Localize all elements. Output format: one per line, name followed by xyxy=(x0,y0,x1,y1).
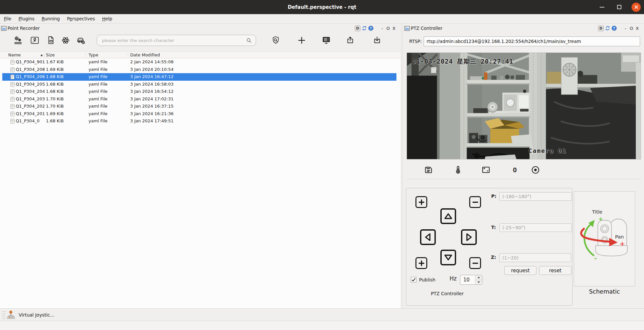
hz-spinbox[interactable]: 10 xyxy=(460,275,482,285)
maximize-button[interactable] xyxy=(614,3,624,12)
yaml-file-button[interactable] xyxy=(45,35,56,46)
focus-out-button[interactable] xyxy=(469,257,481,269)
table-row[interactable]: Q1_P304_01.68 KiByaml File3 Jan 2024 17:… xyxy=(2,117,396,125)
dock-detach-button[interactable]: D xyxy=(598,26,604,31)
table-row[interactable]: Q1_P304_2011.69 KiByaml File3 Jan 2024 1… xyxy=(2,110,396,118)
vehicle-disable-icon xyxy=(76,35,86,45)
record-settings-button[interactable] xyxy=(12,35,24,46)
zoom-count-button[interactable]: 0 xyxy=(509,164,521,176)
menu-help[interactable]: Help xyxy=(102,15,116,23)
column-header-name[interactable]: Name xyxy=(8,52,21,57)
dock-restore-button[interactable]: O xyxy=(386,26,391,31)
pan-right-button[interactable] xyxy=(461,229,477,245)
camera-scene xyxy=(407,53,641,159)
tilt-plus: + xyxy=(598,216,603,222)
dock-minimize-button[interactable]: - xyxy=(623,26,628,31)
row-size: 1.67 KiB xyxy=(46,58,64,66)
add-button[interactable] xyxy=(296,35,307,46)
spin-up-button[interactable] xyxy=(475,275,482,280)
status-label: Virtual Joystic... xyxy=(19,312,54,318)
dock-controls: D ? - O X xyxy=(355,26,396,31)
dock-detach-button[interactable]: D xyxy=(355,26,360,31)
video-camera-label: Camera 01 xyxy=(529,147,567,154)
row-size: 1.70 KiB xyxy=(46,95,64,103)
table-row[interactable]: Q1_P304_2051.68 KiByaml File3 Jan 2024 1… xyxy=(2,81,396,88)
yaml-file-icon xyxy=(10,67,14,73)
dock-close-button[interactable]: X xyxy=(635,26,640,31)
table-row[interactable]: Q1_P304_2041.68 KiByaml File3 Jan 2024 1… xyxy=(2,88,396,95)
table-row[interactable]: Q1_P304_2061.68 KiByaml File3 Jan 2024 1… xyxy=(2,73,396,81)
row-type: yaml File xyxy=(89,110,108,118)
dock-minimize-button[interactable]: - xyxy=(380,26,385,31)
tilt-input[interactable] xyxy=(499,223,572,232)
row-type: yaml File xyxy=(89,117,108,125)
table-row[interactable]: Q1_P304_2031.70 KiByaml File3 Jan 2024 1… xyxy=(2,95,396,103)
dock-help-icon[interactable]: ? xyxy=(611,26,617,31)
record-button[interactable] xyxy=(530,164,541,176)
plus-icon xyxy=(418,260,425,266)
menu-perspectives[interactable]: Perspectives xyxy=(67,15,98,23)
column-header-modified[interactable]: Date Modified xyxy=(130,52,160,57)
minimize-button[interactable] xyxy=(597,3,607,12)
search-input[interactable] xyxy=(97,35,256,46)
table-row[interactable]: Q1_P304_2021.70 KiByaml File3 Jan 2024 1… xyxy=(2,103,396,110)
temperature-button[interactable] xyxy=(452,164,464,176)
tilt-field-label: T: xyxy=(491,225,496,230)
snapshot-button[interactable] xyxy=(480,164,492,176)
table-header: Name Size Type Date Modified xyxy=(0,52,401,58)
dock-splitter[interactable] xyxy=(401,24,403,308)
point-recorder-titlebar[interactable]: Point Recorder D ? - O X xyxy=(0,24,401,33)
pan-input[interactable] xyxy=(499,192,572,201)
spin-down-button[interactable] xyxy=(475,280,482,285)
shield-search-button[interactable] xyxy=(270,35,281,46)
menu-plugins[interactable]: Plugins xyxy=(19,15,38,23)
svg-text:?: ? xyxy=(613,27,615,30)
frames-atom-icon xyxy=(61,35,70,45)
statusbar: Virtual Joystic... xyxy=(0,308,644,321)
export-button[interactable] xyxy=(345,35,356,46)
hz-value[interactable]: 10 xyxy=(460,275,475,284)
tilt-up-button[interactable] xyxy=(440,208,456,224)
table-row[interactable]: Q1_P304_9011.67 KiByaml File2 Jan 2024 1… xyxy=(2,58,396,66)
record-icon xyxy=(530,165,541,175)
dock-reload-icon[interactable] xyxy=(361,26,367,31)
ptz-titlebar[interactable]: PTZ Controller D ? - O X xyxy=(403,24,644,33)
dock-restore-button[interactable]: O xyxy=(629,26,634,31)
yaml-file-icon xyxy=(10,74,14,80)
pan-left-button[interactable] xyxy=(420,229,436,245)
menu-running[interactable]: Running xyxy=(42,15,63,23)
frames-atom-button[interactable] xyxy=(60,35,71,46)
save-button[interactable] xyxy=(423,164,434,176)
minimized-dock-virtual-joystick[interactable]: Virtual Joystic... xyxy=(6,310,54,320)
column-header-type[interactable]: Type xyxy=(89,52,98,57)
download-icon xyxy=(372,35,382,45)
waypoint-map-button[interactable] xyxy=(29,35,40,46)
table-row[interactable]: Q1_P304_2081.69 KiByaml File3 Jan 2024 2… xyxy=(2,66,396,73)
import-button[interactable] xyxy=(372,35,383,46)
drag-handle-icon[interactable] xyxy=(2,310,6,320)
zoom-in-button[interactable] xyxy=(415,196,427,208)
row-name: Q1_P304_201 xyxy=(16,110,45,118)
search-field xyxy=(97,35,256,46)
reset-button[interactable]: reset xyxy=(539,266,572,275)
zoom-input[interactable] xyxy=(499,253,571,262)
dock-close-button[interactable]: X xyxy=(392,26,396,31)
dock-reload-icon[interactable] xyxy=(605,26,610,31)
vehicle-disable-button[interactable] xyxy=(75,35,87,46)
list-display-button[interactable] xyxy=(321,35,332,46)
header-separator xyxy=(128,52,128,58)
rtsp-input[interactable] xyxy=(424,36,640,46)
arrow-right-icon xyxy=(465,233,473,241)
menu-file[interactable]: File xyxy=(4,15,15,23)
close-button[interactable] xyxy=(632,3,641,12)
row-name: Q1_P304_206 xyxy=(16,73,45,81)
publish-checkbox[interactable] xyxy=(411,277,416,282)
dock-help-icon[interactable]: ? xyxy=(368,26,373,31)
tilt-down-button[interactable] xyxy=(440,250,456,265)
focus-in-button[interactable] xyxy=(415,257,427,269)
request-button[interactable]: request xyxy=(504,266,536,275)
column-header-size[interactable]: Size xyxy=(46,52,55,57)
main-area: Point Recorder D ? - O X xyxy=(0,24,644,308)
window-controls xyxy=(597,0,641,14)
zoom-out-button[interactable] xyxy=(469,196,481,208)
